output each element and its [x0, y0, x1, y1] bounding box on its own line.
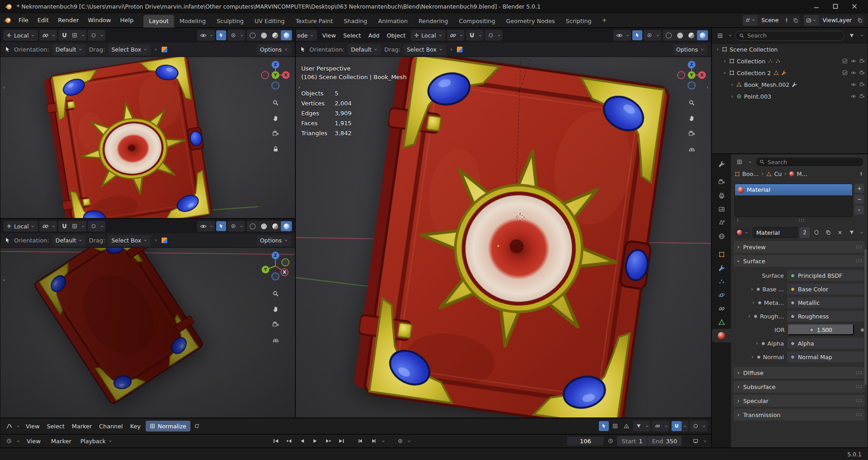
- panel-diffuse[interactable]: Diffuse: [734, 367, 865, 379]
- viewport-canvas[interactable]: User Perspective (106) Scene Collection …: [296, 57, 711, 417]
- viewport-menu-item[interactable]: Select: [340, 31, 365, 40]
- add-slot-button[interactable]: [854, 184, 864, 193]
- shading-wireframe-button[interactable]: [247, 221, 258, 231]
- lock-view-icon[interactable]: [270, 144, 280, 154]
- panel-surface[interactable]: Surface: [734, 255, 865, 267]
- gizmo-y-axis[interactable]: Y: [273, 72, 278, 77]
- menu-item[interactable]: Render: [53, 15, 83, 25]
- panel-transmission[interactable]: Transmission: [734, 409, 865, 421]
- disable-render-camera-icon[interactable]: [859, 94, 865, 99]
- toolbar-expand-icon[interactable]: [296, 82, 302, 92]
- navigation-gizmo[interactable]: Z X Y: [260, 60, 291, 90]
- gizmo-x-axis[interactable]: X: [282, 270, 287, 275]
- drag-grip-icon[interactable]: [856, 259, 862, 263]
- tab-object-data[interactable]: [712, 315, 731, 329]
- workspace-tab[interactable]: Texture Paint: [290, 15, 338, 28]
- outliner-row-collection-2[interactable]: Collection 2: [712, 67, 868, 79]
- snap-target-icon[interactable]: [70, 221, 80, 231]
- gizmo-x-axis[interactable]: X: [700, 72, 704, 77]
- tab-constraints[interactable]: [712, 302, 731, 315]
- outliner-filter-icon[interactable]: [847, 31, 857, 41]
- editor-type-graph-icon[interactable]: [4, 421, 14, 431]
- remove-slot-button[interactable]: [854, 194, 864, 204]
- drag-grip-icon[interactable]: [856, 371, 862, 375]
- visibility-eye-icon[interactable]: [198, 30, 208, 40]
- maximize-button[interactable]: [826, 1, 844, 12]
- workspace-tab[interactable]: Scripting: [560, 15, 597, 28]
- hide-eye-icon[interactable]: [851, 82, 856, 87]
- breadcrumb-data[interactable]: Cu: [766, 171, 782, 177]
- graph-menu-item[interactable]: View: [22, 422, 43, 431]
- workspace-tab[interactable]: Layout: [143, 15, 174, 28]
- new-material-icon[interactable]: [823, 228, 833, 237]
- gizmo-z-axis[interactable]: Z: [689, 62, 694, 67]
- tab-world[interactable]: [712, 229, 731, 243]
- previous-frame-button[interactable]: [355, 436, 366, 446]
- tool-color-swatch[interactable]: [161, 46, 168, 53]
- camera-view-icon[interactable]: [270, 319, 280, 329]
- snap-magnet-icon[interactable]: [672, 421, 682, 431]
- material-slot-selected[interactable]: Material: [735, 184, 852, 195]
- slot-specials-button[interactable]: [854, 205, 864, 215]
- panel-subsurface[interactable]: Subsurface: [734, 381, 865, 393]
- zoom-icon[interactable]: [687, 98, 697, 108]
- outliner-search-input[interactable]: Search: [735, 31, 844, 41]
- viewport-menu-item[interactable]: Add: [365, 31, 383, 40]
- options-dropdown[interactable]: Options: [257, 44, 291, 55]
- transform-orientation-dropdown[interactable]: Local: [411, 30, 446, 41]
- pan-hand-icon[interactable]: [687, 113, 697, 123]
- options-dropdown[interactable]: Options: [673, 44, 707, 55]
- expand-icon[interactable]: [449, 47, 453, 52]
- refresh-icon[interactable]: [192, 421, 202, 431]
- toolbar-expand-icon[interactable]: [0, 275, 7, 285]
- graph-menu-item[interactable]: Marker: [68, 422, 95, 431]
- gizmo-toggle-icon[interactable]: [216, 221, 226, 231]
- jump-to-end-button[interactable]: [336, 436, 347, 446]
- workspace-tab[interactable]: Geometry Nodes: [501, 15, 560, 28]
- drag-mode-dropdown[interactable]: Select Box: [108, 44, 151, 55]
- window-titlebar[interactable]: * Nekromantenbuch9 [C:\Users\marvi\Proto…: [0, 0, 868, 13]
- shading-material-button[interactable]: [686, 30, 697, 40]
- new-scene-icon[interactable]: [791, 15, 800, 26]
- new-viewlayer-icon[interactable]: [855, 15, 864, 26]
- panel-specular[interactable]: Specular: [734, 395, 865, 407]
- hide-eye-icon[interactable]: [851, 94, 856, 99]
- workspace-tab[interactable]: Animation: [373, 15, 413, 28]
- viewlayer-selector[interactable]: ViewLayer: [804, 15, 864, 26]
- end-frame-field[interactable]: End 350: [647, 436, 682, 446]
- material-users-count-button[interactable]: 2: [800, 227, 810, 238]
- shading-rendered-button[interactable]: [697, 30, 708, 40]
- pin-icon[interactable]: [859, 171, 864, 177]
- filter-funnel-icon[interactable]: [634, 421, 644, 431]
- mode-dropdown[interactable]: ode: [295, 30, 317, 41]
- tab-modifiers[interactable]: [712, 261, 731, 275]
- breadcrumb-material[interactable]: M...: [789, 171, 807, 177]
- properties-search-input[interactable]: Search: [755, 157, 864, 167]
- camera-view-icon[interactable]: [687, 128, 697, 138]
- drag-grip-icon[interactable]: [856, 385, 862, 389]
- book-object-top-view[interactable]: [42, 57, 215, 218]
- app-menu-icon[interactable]: [4, 16, 11, 24]
- drag-mode-dropdown[interactable]: Select Box: [108, 235, 151, 246]
- screen-icon[interactable]: [691, 436, 701, 446]
- overlays-icon[interactable]: [228, 30, 238, 40]
- show-hidden-icon[interactable]: [610, 421, 620, 431]
- normal-map-input[interactable]: Normal Map: [787, 351, 864, 362]
- workspace-tab[interactable]: Sculpting: [211, 15, 249, 28]
- snap-magnet-icon[interactable]: [59, 221, 69, 231]
- shading-solid-button[interactable]: [258, 30, 269, 40]
- current-frame-field[interactable]: 106: [566, 436, 604, 446]
- playback-dropdown[interactable]: Playback: [77, 436, 115, 446]
- next-keyframe-button[interactable]: [323, 436, 334, 446]
- tab-particles[interactable]: [712, 275, 731, 288]
- navigation-gizmo[interactable]: Z Y X: [260, 251, 291, 281]
- orientation-dropdown[interactable]: Default: [52, 235, 86, 246]
- outliner-row-collection[interactable]: Collection: [712, 55, 868, 67]
- viewport-canvas[interactable]: Z X Y: [0, 57, 295, 218]
- orientation-dropdown[interactable]: Default: [52, 44, 86, 55]
- viewport-menu-item[interactable]: Object: [383, 31, 409, 40]
- slot-list-grip[interactable]: [731, 217, 868, 223]
- tab-view-layer[interactable]: [712, 202, 731, 216]
- tab-scene[interactable]: [712, 216, 731, 229]
- timeline-view-menu[interactable]: View: [22, 436, 45, 446]
